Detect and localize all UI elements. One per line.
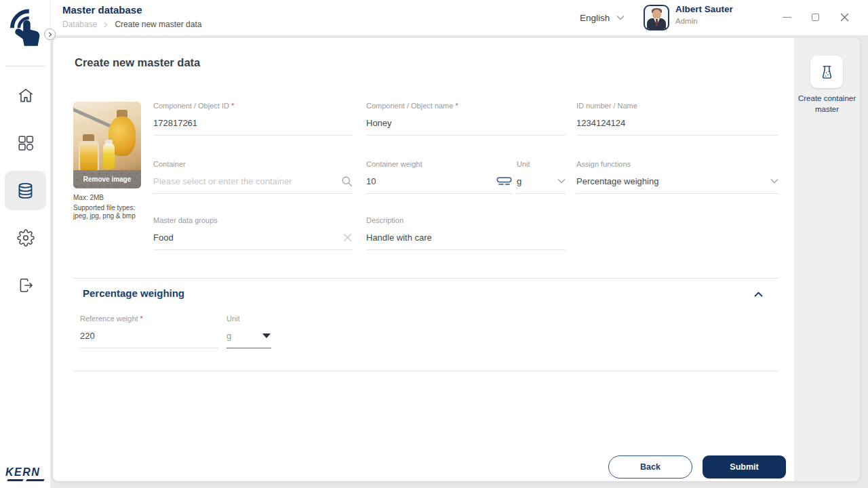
submit-button[interactable]: Submit [703, 455, 786, 479]
field-container-weight: Container weight [366, 160, 512, 194]
image-file-types: jpeg, jpg, png & bmp [73, 212, 136, 220]
field-description: Description [366, 216, 566, 250]
close-icon [840, 13, 849, 22]
breadcrumb-current: Create new master data [115, 20, 201, 29]
sidebar-divider [5, 66, 45, 66]
gear-icon [17, 229, 35, 247]
field-reference-unit: Unit g [226, 314, 271, 348]
database-icon [16, 182, 35, 200]
beaker-icon [819, 64, 835, 80]
apps-grid-icon [17, 134, 35, 152]
maximize-icon [812, 14, 819, 21]
chevron-down-icon [557, 178, 566, 184]
right-panel: Create container master [794, 38, 860, 481]
section-collapse-button[interactable] [751, 289, 765, 300]
field-master-data-groups: Master data groups [153, 216, 353, 250]
kern-logo: KERN [5, 466, 46, 484]
reference-unit-select[interactable]: g [226, 329, 271, 342]
field-component-id: Component / Object ID* [153, 102, 353, 136]
breadcrumb-parent[interactable]: Database [62, 20, 97, 29]
search-icon[interactable] [341, 176, 353, 187]
master-data-groups-label: Master data groups [153, 216, 218, 225]
container-unit-value: g [517, 176, 521, 186]
chevron-down-icon [616, 15, 625, 20]
sidebar: KERN [0, 0, 51, 488]
app-logo-tap-hand-icon [5, 5, 45, 53]
required-marker: * [231, 102, 234, 110]
chevron-right-icon [103, 21, 108, 28]
create-container-master-label[interactable]: Create container master [797, 94, 857, 115]
field-reference-weight: Reference weight* [80, 314, 219, 348]
minimize-icon [783, 17, 791, 18]
assign-functions-select[interactable]: Percentage weighing [576, 175, 778, 187]
id-number-input[interactable] [576, 118, 778, 128]
header: Master database Database Create new mast… [51, 0, 868, 35]
assign-functions-label: Assign functions [576, 160, 631, 169]
field-assign-functions: Assign functions Percentage weighing [576, 160, 778, 194]
field-container: Container [153, 160, 353, 194]
product-image: Remove image [73, 102, 141, 188]
form-title: Create new master data [75, 56, 200, 69]
required-marker: * [140, 314, 143, 323]
maximize-button[interactable] [809, 11, 821, 23]
image-max-size: Max: 2MB [73, 194, 104, 201]
avatar[interactable] [644, 5, 669, 30]
app-window: KERN Master database Database Create new… [0, 0, 868, 488]
image-file-types-label: Supported file types: [73, 204, 135, 211]
section-divider-top [73, 278, 778, 279]
reference-weight-label: Reference weight [80, 314, 138, 323]
user-name: Albert Sauter [675, 4, 733, 14]
assign-functions-value: Percentage weighing [576, 176, 658, 186]
logout-icon [17, 277, 35, 294]
sidebar-item-logout[interactable] [5, 266, 46, 305]
container-weight-label: Container weight [366, 160, 422, 169]
container-label: Container [153, 160, 186, 169]
chevron-up-icon [754, 291, 763, 298]
remove-image-button[interactable]: Remove image [73, 170, 141, 188]
back-button[interactable]: Back [608, 455, 692, 479]
reference-unit-value: g [226, 331, 231, 341]
container-unit-select[interactable]: g [517, 175, 566, 187]
field-id-number: ID number / Name [576, 102, 778, 136]
component-name-label: Component / Object name [366, 102, 453, 110]
sidebar-expand-button[interactable] [44, 28, 56, 40]
reference-weight-input[interactable] [80, 331, 219, 341]
sidebar-item-home[interactable] [5, 76, 46, 115]
kern-logo-text: KERN [5, 466, 40, 478]
main-background: Create new master data Remove image Max:… [51, 35, 868, 488]
scale-icon[interactable] [496, 176, 512, 186]
component-id-input[interactable] [153, 118, 353, 128]
user-role: Admin [675, 17, 733, 25]
sidebar-item-settings[interactable] [5, 218, 46, 258]
form-card: Create new master data Remove image Max:… [53, 38, 860, 481]
container-weight-input[interactable] [366, 176, 496, 186]
container-unit-label: Unit [517, 160, 530, 169]
page-title: Master database [62, 4, 142, 16]
close-button[interactable] [838, 11, 850, 23]
minimize-button[interactable] [781, 11, 793, 23]
triangle-down-icon [262, 333, 271, 339]
field-container-unit: Unit g [517, 160, 566, 194]
x-clear-icon[interactable] [342, 232, 353, 243]
required-marker: * [455, 102, 458, 110]
container-input[interactable] [153, 176, 341, 186]
component-name-input[interactable] [366, 118, 566, 128]
home-icon [17, 87, 35, 104]
create-container-master-button[interactable] [810, 56, 843, 88]
sidebar-item-database[interactable] [5, 171, 46, 210]
description-input[interactable] [366, 232, 566, 243]
master-data-groups-input[interactable] [153, 232, 342, 243]
reference-unit-label: Unit [226, 314, 240, 323]
image-spoon-decoration [73, 107, 115, 129]
chevron-down-icon [770, 178, 778, 184]
chevron-right-icon [47, 32, 53, 37]
language-selector[interactable]: English [580, 0, 625, 35]
section-divider-bottom [73, 371, 778, 371]
description-label: Description [366, 216, 403, 225]
percentage-weighing-title: Percentage weighing [83, 287, 184, 299]
field-component-name: Component / Object name* [366, 102, 566, 136]
breadcrumb: Database Create new master data [62, 20, 201, 29]
language-label: English [580, 13, 610, 23]
component-id-label: Component / Object ID [153, 102, 229, 110]
sidebar-item-apps[interactable] [5, 123, 46, 163]
